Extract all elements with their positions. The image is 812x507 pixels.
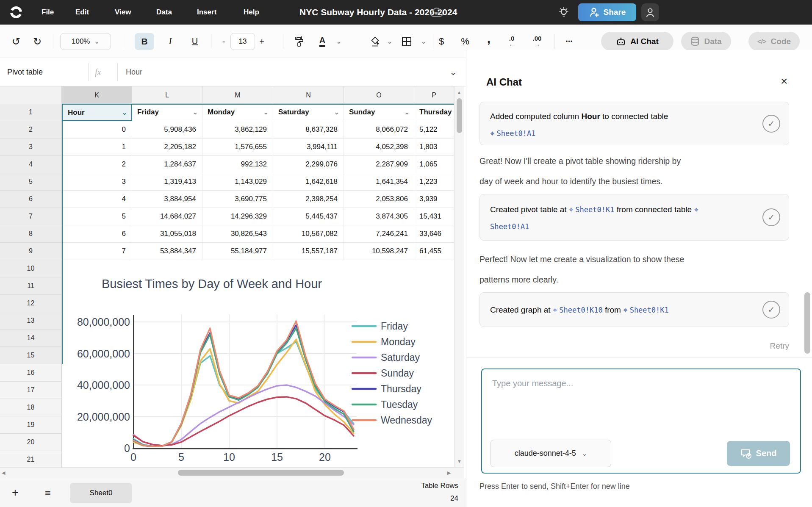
cell-reference-link[interactable]: Sheet0!A1 [490,222,529,231]
retry-button[interactable]: Retry [479,341,789,351]
grid-cell[interactable]: 5,908,436 [132,121,202,139]
grid-cell[interactable]: 3,690,775 [202,191,273,208]
menu-data[interactable]: Data [156,0,172,25]
table-header-friday[interactable]: Friday⌄ [132,104,202,121]
menu-insert[interactable]: Insert [197,0,216,25]
grid-cell[interactable]: 14,296,329 [202,208,273,225]
grid-cell[interactable]: 3,994,111 [273,139,344,156]
formula-expand-chevron[interactable]: ⌄ [450,58,457,86]
add-sheet-button[interactable]: + [12,478,19,507]
lightbulb-icon[interactable] [557,6,570,20]
italic-button[interactable]: I [162,25,179,58]
font-size-decrease[interactable]: - [217,37,230,47]
data-toggle[interactable]: Data [681,32,731,51]
grid-cell[interactable]: 8,066,072 [344,121,414,139]
text-color-icon[interactable]: A [313,25,331,58]
avatar[interactable] [641,3,659,21]
grid-cell[interactable]: 992,132 [202,156,273,173]
menu-view[interactable]: View [115,0,131,25]
grid-cell[interactable]: 3 [62,173,132,191]
column-header-L[interactable]: L [132,86,202,104]
grid-cell[interactable]: 3,862,129 [202,121,273,139]
underline-button[interactable]: U [186,25,204,58]
grid-cell[interactable]: 1,319,413 [132,173,202,191]
fill-color-icon[interactable] [366,25,385,58]
grid-cell[interactable]: 3,884,954 [132,191,202,208]
redo-button[interactable]: ↻ [29,25,46,58]
filter-chevron-icon[interactable]: ⌄ [263,104,269,120]
table-header-thursday[interactable]: Thursday [414,104,454,121]
zoom-control[interactable]: 100% ⌄ [60,33,111,50]
grid-cell[interactable]: 1,143,029 [202,173,273,191]
vertical-scrollbar[interactable]: ▲ ▼ [454,86,464,467]
borders-icon[interactable] [397,25,416,58]
table-header-hour[interactable]: Hour⌄ [62,104,132,121]
chat-input-box[interactable]: Type your message... claude-sonnet-4-5 ⌄… [481,368,801,474]
select-all-corner[interactable] [0,86,62,104]
row-number-7[interactable]: 7 [0,208,62,225]
format-painter-icon[interactable] [290,25,308,58]
grid-cell[interactable]: 2,299,076 [273,156,344,173]
grid-cell[interactable]: 7,246,241 [344,225,414,243]
column-header-P[interactable]: P [414,86,454,104]
close-icon[interactable]: × [781,75,787,88]
grid-cell[interactable]: 1,223 [414,173,454,191]
row-number-17[interactable]: 17 [0,382,62,399]
table-header-monday[interactable]: Monday⌄ [202,104,273,121]
column-header-M[interactable]: M [202,86,273,104]
row-number-9[interactable]: 9 [0,243,62,260]
menu-help[interactable]: Help [244,0,259,25]
row-number-3[interactable]: 3 [0,139,62,156]
formula-input[interactable]: Hour [126,58,142,86]
vertical-scroll-thumb[interactable] [457,98,462,133]
scroll-down-arrow[interactable]: ▼ [454,459,464,464]
grid-cell[interactable]: 2,053,806 [344,191,414,208]
font-size-value[interactable]: 13 [230,33,255,50]
grid-cell[interactable]: 4,052,398 [344,139,414,156]
grid-cell[interactable]: 2,287,909 [344,156,414,173]
grid-cell[interactable]: 55,184,977 [202,243,273,260]
scroll-up-arrow[interactable]: ▲ [454,90,464,95]
grid-cell[interactable]: 53,884,347 [132,243,202,260]
grid-cell[interactable]: 8,637,328 [273,121,344,139]
chevron-down-icon[interactable]: ⌄ [418,25,430,58]
table-header-sunday[interactable]: Sunday⌄ [344,104,414,121]
bold-button[interactable]: B [135,33,154,50]
grid-cell[interactable]: 3,874,305 [344,208,414,225]
row-number-6[interactable]: 6 [0,191,62,208]
grid-cell[interactable]: 1,641,354 [344,173,414,191]
filter-chevron-icon[interactable]: ⌄ [122,105,127,120]
horizontal-scrollbar[interactable]: ◀ ▶ [0,467,464,478]
row-number-18[interactable]: 18 [0,399,62,416]
menu-file[interactable]: File [42,0,54,25]
grid-cell[interactable]: 1,576,655 [202,139,273,156]
column-header-O[interactable]: O [344,86,414,104]
cell-reference-link[interactable]: Sheet0!K1 [575,205,614,214]
name-box[interactable]: Pivot table [7,58,43,86]
cell-reference-link[interactable]: Sheet0!K10 [559,306,602,314]
scroll-left-arrow[interactable]: ◀ [2,470,5,476]
undo-button[interactable]: ↺ [8,25,25,58]
grid-cell[interactable]: 31,055,018 [132,225,202,243]
grid-cell[interactable]: 10,567,082 [273,225,344,243]
grid-cell[interactable]: 15,431 [414,208,454,225]
grid-cell[interactable]: 2,205,182 [132,139,202,156]
row-number-5[interactable]: 5 [0,173,62,191]
horizontal-scroll-thumb[interactable] [178,470,344,476]
filter-chevron-icon[interactable]: ⌄ [404,104,410,120]
grid-cell[interactable]: 1,284,637 [132,156,202,173]
menu-edit[interactable]: Edit [75,0,89,25]
cell-reference-link[interactable]: Sheet0!A1 [496,129,535,138]
row-number-16[interactable]: 16 [0,364,62,382]
row-number-10[interactable]: 10 [0,260,62,277]
table-header-saturday[interactable]: Saturday⌄ [273,104,344,121]
grid-cell[interactable]: 5 [62,208,132,225]
ridership-chart[interactable]: 020,000,00040,000,00060,000,00080,000,00… [64,260,454,467]
grid-cell[interactable]: 0 [62,121,132,139]
share-button[interactable]: Share [578,3,636,21]
row-number-12[interactable]: 12 [0,295,62,312]
grid-cell[interactable]: 2,398,254 [273,191,344,208]
row-number-4[interactable]: 4 [0,156,62,173]
grid-cell[interactable]: 5,122 [414,121,454,139]
sheet-list-button[interactable]: ≡ [45,478,51,507]
